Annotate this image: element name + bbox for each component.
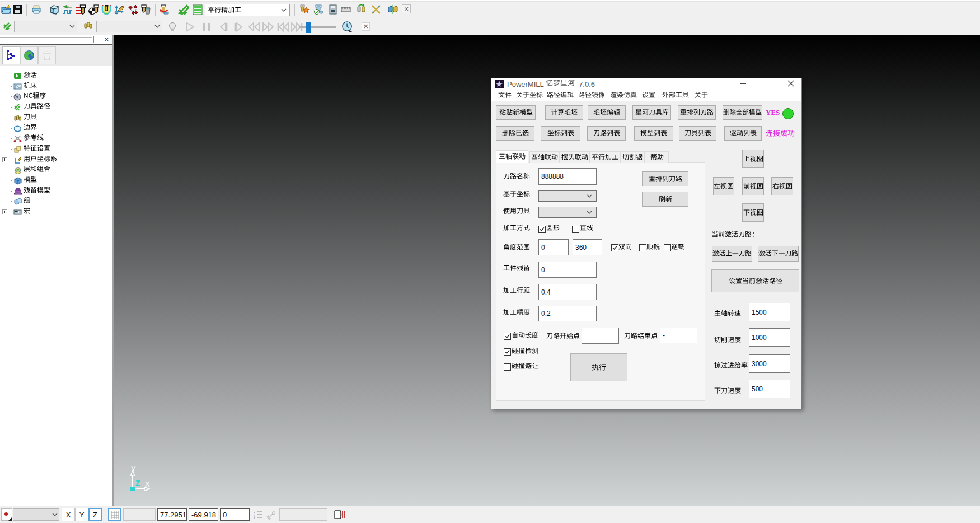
svg-text:X: X xyxy=(145,480,150,488)
svg-text:Z: Z xyxy=(135,479,140,488)
svg-text:Y: Y xyxy=(131,466,136,473)
svg-text:z: z xyxy=(254,516,255,520)
